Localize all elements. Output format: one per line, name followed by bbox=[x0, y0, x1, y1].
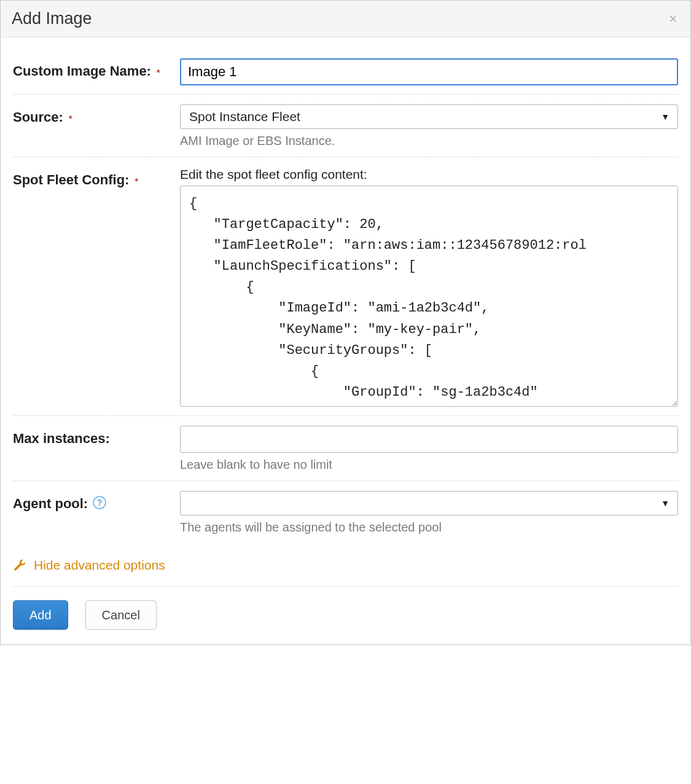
custom-image-name-input[interactable] bbox=[180, 58, 678, 85]
source-helper: AMI Image or EBS Instance. bbox=[180, 134, 678, 148]
cancel-button[interactable]: Cancel bbox=[85, 600, 157, 630]
spot-fleet-config-sublabel: Edit the spot fleet config content: bbox=[180, 167, 678, 182]
add-button[interactable]: Add bbox=[13, 600, 68, 630]
spot-fleet-config-textarea[interactable] bbox=[180, 186, 678, 407]
row-max-instances: Max instances: Leave blank to have no li… bbox=[13, 416, 678, 481]
dialog-body: Custom Image Name: * Source: * Spot Inst… bbox=[1, 37, 690, 645]
required-marker: * bbox=[157, 68, 160, 77]
dialog-footer: Add Cancel bbox=[13, 586, 678, 630]
agent-pool-select[interactable] bbox=[180, 491, 678, 515]
row-custom-image-name: Custom Image Name: * bbox=[13, 49, 678, 95]
label-max-instances: Max instances: bbox=[13, 426, 180, 448]
wrench-icon bbox=[13, 559, 26, 572]
label-custom-image-name: Custom Image Name: * bbox=[13, 58, 180, 80]
row-source: Source: * Spot Instance Fleet ▼ AMI Imag… bbox=[13, 95, 678, 157]
close-icon[interactable]: × bbox=[669, 12, 677, 26]
row-spot-fleet-config: Spot Fleet Config: * Edit the spot fleet… bbox=[13, 157, 678, 416]
label-spot-fleet-config: Spot Fleet Config: * bbox=[13, 167, 180, 189]
hide-advanced-options-link[interactable]: Hide advanced options bbox=[13, 558, 165, 573]
required-marker: * bbox=[69, 114, 72, 123]
required-marker: * bbox=[135, 176, 138, 186]
dialog-title: Add Image bbox=[12, 9, 92, 28]
add-image-dialog: Add Image × Custom Image Name: * Source:… bbox=[0, 0, 691, 645]
max-instances-helper: Leave blank to have no limit bbox=[180, 458, 678, 472]
help-icon[interactable]: ? bbox=[93, 496, 106, 509]
dialog-header: Add Image × bbox=[1, 1, 690, 37]
label-source: Source: * bbox=[13, 104, 180, 127]
source-select[interactable]: Spot Instance Fleet bbox=[180, 104, 678, 129]
agent-pool-helper: The agents will be assigned to the selec… bbox=[180, 520, 678, 535]
row-agent-pool: Agent pool: ? ▼ The agents will be assig… bbox=[13, 481, 678, 543]
max-instances-input[interactable] bbox=[180, 426, 678, 453]
label-agent-pool: Agent pool: ? bbox=[13, 491, 180, 513]
